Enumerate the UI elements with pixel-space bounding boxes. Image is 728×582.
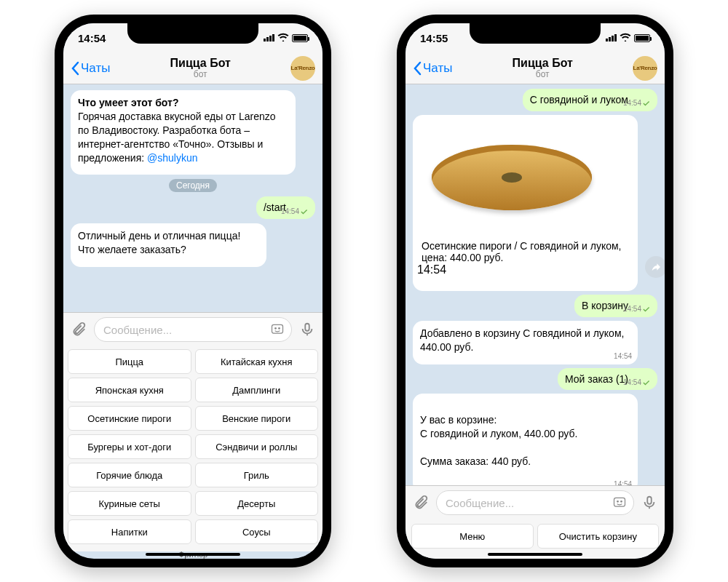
- input-placeholder: Сообщение...: [103, 324, 172, 336]
- bot-info-bubble: Что умеет этот бот? Горячая доставка вку…: [71, 90, 296, 175]
- input-placeholder: Сообщение...: [446, 497, 514, 509]
- mic-icon[interactable]: [298, 320, 317, 339]
- keyboard-button[interactable]: Пицца: [68, 349, 191, 374]
- keyboard-button[interactable]: Осетинские пироги: [68, 406, 191, 431]
- cellular-signal-icon: [264, 34, 274, 41]
- chat-area[interactable]: Что умеет этот бот? Горячая доставка вку…: [63, 84, 323, 312]
- avatar[interactable]: La'Renzo: [290, 56, 315, 81]
- chat-title: Пицца Бот: [170, 57, 231, 70]
- keyboard-button[interactable]: Соусы: [195, 519, 319, 544]
- message-input[interactable]: Сообщение...: [94, 317, 292, 342]
- title-wrap[interactable]: Пицца Бот бот: [170, 57, 231, 79]
- status-indicators: [606, 33, 650, 44]
- chevron-left-icon: [413, 61, 422, 76]
- cellular-signal-icon: [606, 34, 617, 41]
- attach-icon[interactable]: [411, 493, 430, 512]
- svg-point-5: [617, 501, 619, 503]
- screen: 14:55 Чаты Пицца Бот бот La'Renzo С: [405, 23, 665, 559]
- screen: 14:54 Чаты Пицца Бот бот La'Renzo Ч: [63, 23, 323, 559]
- title-wrap[interactable]: Пицца Бот бот: [513, 57, 573, 79]
- phone-right: 14:55 Чаты Пицца Бот бот La'Renzo С: [397, 15, 673, 567]
- home-indicator[interactable]: [488, 553, 582, 556]
- added-bubble: Добавлено в корзину С говядиной и луком,…: [413, 321, 638, 364]
- keyboard-button[interactable]: Горячие блюда: [68, 463, 191, 487]
- home-indicator[interactable]: [146, 553, 240, 556]
- keyboard-button[interactable]: Меню: [411, 524, 534, 549]
- add-cart-out: В корзину 14:54: [574, 295, 657, 317]
- check-icon: [643, 306, 652, 312]
- svg-rect-7: [647, 497, 652, 504]
- svg-point-1: [275, 328, 277, 330]
- back-button[interactable]: Чаты: [413, 61, 452, 76]
- phone-left: 14:54 Чаты Пицца Бот бот La'Renzo Ч: [55, 15, 331, 567]
- back-label: Чаты: [423, 61, 452, 76]
- status-time: 14:55: [420, 32, 448, 44]
- svg-point-2: [279, 328, 280, 330]
- chat-subtitle: бот: [170, 70, 231, 79]
- message-input[interactable]: Сообщение...: [436, 490, 634, 515]
- reply-keyboard: ПиццаКитайская кухняЯпонская кухняДампли…: [63, 346, 323, 551]
- product-caption: Осетинские пироги / С говядиной и луком,…: [417, 236, 633, 263]
- input-bar: Сообщение...: [405, 485, 665, 519]
- keyboard-button[interactable]: Десерты: [195, 491, 319, 516]
- chat-subtitle: бот: [513, 70, 573, 79]
- avatar[interactable]: La'Renzo: [633, 56, 657, 81]
- bot-info-heading: Что умеет этот бот?: [78, 97, 178, 108]
- chevron-left-icon: [71, 61, 79, 76]
- greeting-text: Отличный день и отличная пицца! Что жела…: [78, 230, 240, 255]
- keyboard-button[interactable]: Куриные сеты: [68, 491, 191, 516]
- out-start: /start 14:54: [256, 196, 315, 219]
- attach-icon[interactable]: [69, 320, 88, 339]
- back-label: Чаты: [81, 61, 110, 76]
- notch: [470, 23, 601, 44]
- keyboard-button[interactable]: Венские пироги: [195, 406, 319, 431]
- keyboard-button[interactable]: Гриль: [195, 463, 319, 487]
- notch: [127, 23, 258, 44]
- keyboard-button[interactable]: Напитки: [68, 519, 191, 544]
- nav-bar: Чаты Пицца Бот бот La'Renzo: [63, 52, 323, 84]
- wifi-icon: [277, 33, 289, 44]
- sticker-icon[interactable]: [610, 493, 629, 512]
- nav-bar: Чаты Пицца Бот бот La'Renzo: [405, 52, 665, 84]
- chat-area[interactable]: С говядиной и луком 14:54 Осетинские пир…: [405, 84, 665, 485]
- status-time: 14:54: [78, 32, 106, 44]
- keyboard-button[interactable]: Очистить корзину: [537, 524, 660, 549]
- check-icon: [643, 380, 652, 386]
- keyboard-button[interactable]: Сэндвичи и роллы: [195, 434, 319, 459]
- keyboard-button[interactable]: Китайская кухня: [195, 349, 319, 374]
- battery-icon: [292, 34, 308, 42]
- wifi-icon: [620, 33, 631, 44]
- date-separator: Сегодня: [169, 179, 217, 192]
- my-order-out: Мой заказ (1) 14:54: [558, 368, 657, 391]
- cart-bubble: У вас в корзине: С говядиной и луком, 44…: [413, 394, 638, 485]
- check-icon: [643, 100, 652, 106]
- back-button[interactable]: Чаты: [71, 61, 110, 76]
- prev-out-text: С говядиной и луком: [530, 94, 628, 105]
- status-indicators: [264, 33, 308, 44]
- svg-rect-3: [305, 324, 309, 331]
- check-icon: [301, 209, 309, 215]
- input-bar: Сообщение...: [63, 312, 323, 346]
- sticker-icon[interactable]: [268, 320, 287, 339]
- product-image: [417, 119, 606, 236]
- mic-icon[interactable]: [640, 493, 659, 512]
- keyboard-button[interactable]: Дамплинги: [195, 378, 319, 402]
- product-card[interactable]: Осетинские пироги / С говядиной и луком,…: [413, 115, 638, 291]
- prev-out: С говядиной и луком 14:54: [523, 89, 657, 111]
- keyboard-button[interactable]: Бургеры и хот-доги: [68, 434, 191, 459]
- out-start-time: 14:54: [281, 207, 299, 217]
- chat-title: Пицца Бот: [513, 57, 573, 70]
- keyboard-button[interactable]: Японская кухня: [68, 378, 191, 402]
- battery-icon: [634, 34, 650, 42]
- share-button[interactable]: [645, 256, 665, 278]
- bot-info-link[interactable]: @shulykun: [147, 152, 197, 164]
- svg-point-6: [621, 501, 622, 503]
- greeting-bubble: Отличный день и отличная пицца! Что жела…: [71, 223, 266, 267]
